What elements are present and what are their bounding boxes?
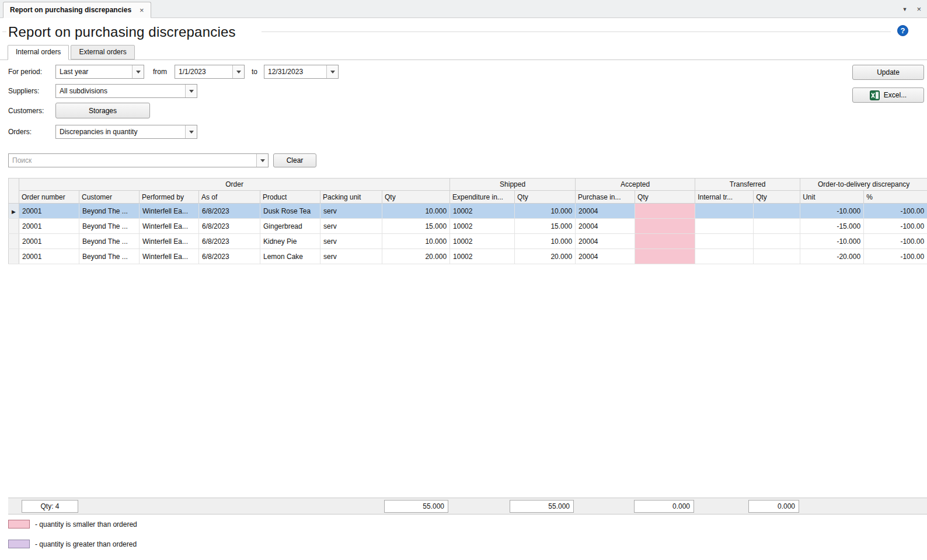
col-percent[interactable]: %: [864, 191, 927, 204]
cell-order-number[interactable]: 20001: [19, 234, 79, 249]
col-shipped-qty[interactable]: Qty: [515, 191, 576, 204]
col-performed-by[interactable]: Performed by: [140, 191, 199, 204]
cell-performed-by[interactable]: Winterfell Ea...: [140, 219, 199, 234]
cell-purchase-invoice[interactable]: 20004: [576, 234, 635, 249]
cell-shipped-qty[interactable]: 15.000: [515, 219, 576, 234]
tab-internal-orders[interactable]: Internal orders: [8, 45, 69, 60]
cell-percent-discrepancy[interactable]: -100.00: [864, 204, 927, 219]
cell-performed-by[interactable]: Winterfell Ea...: [140, 249, 199, 264]
period-select[interactable]: Last year: [55, 65, 144, 79]
to-date-select[interactable]: 12/31/2023: [264, 65, 339, 79]
col-purchase-invoice[interactable]: Purchase in...: [576, 191, 635, 204]
cell-shipped-qty[interactable]: 10.000: [515, 204, 576, 219]
cell-order-number[interactable]: 20001: [19, 219, 79, 234]
cell-as-of[interactable]: 6/8/2023: [199, 219, 260, 234]
cell-order-number[interactable]: 20001: [19, 204, 79, 219]
cell-performed-by[interactable]: Winterfell Ea...: [140, 204, 199, 219]
cell-product[interactable]: Kidney Pie: [260, 234, 320, 249]
storages-button[interactable]: Storages: [55, 103, 150, 118]
chevron-down-icon[interactable]: [185, 125, 197, 138]
cell-order-qty[interactable]: 15.000: [382, 219, 450, 234]
cell-shipped-qty[interactable]: 10.000: [515, 234, 576, 249]
suppliers-select[interactable]: All subdivisions: [55, 84, 197, 98]
cell-expenditure-invoice[interactable]: 10002: [450, 204, 515, 219]
col-internal-transfer[interactable]: Internal tr...: [695, 191, 754, 204]
cell-percent-discrepancy[interactable]: -100.00: [864, 234, 927, 249]
col-order-number[interactable]: Order number: [19, 191, 79, 204]
search-input[interactable]: [9, 154, 256, 167]
help-icon[interactable]: ?: [897, 25, 908, 36]
cell-unit-discrepancy[interactable]: -20.000: [800, 249, 864, 264]
col-customer[interactable]: Customer: [79, 191, 140, 204]
orders-select[interactable]: Discrepancies in quantity: [55, 125, 197, 139]
chevron-down-icon[interactable]: [256, 154, 268, 167]
cell-packing-unit[interactable]: serv: [320, 219, 382, 234]
cell-product[interactable]: Lemon Cake: [260, 249, 320, 264]
cell-purchase-invoice[interactable]: 20004: [576, 219, 635, 234]
cell-unit-discrepancy[interactable]: -10.000: [800, 234, 864, 249]
cell-expenditure-invoice[interactable]: 10002: [450, 234, 515, 249]
cell-as-of[interactable]: 6/8/2023: [199, 234, 260, 249]
cell-internal-transfer[interactable]: [695, 234, 754, 249]
col-accepted-qty[interactable]: Qty: [635, 191, 695, 204]
cell-performed-by[interactable]: Winterfell Ea...: [140, 234, 199, 249]
table-row[interactable]: 20001 Beyond The ... Winterfell Ea... 6/…: [9, 219, 927, 234]
from-date-select[interactable]: 1/1/2023: [175, 65, 245, 79]
cell-expenditure-invoice[interactable]: 10002: [450, 249, 515, 264]
cell-internal-transfer[interactable]: [695, 249, 754, 264]
col-expenditure-invoice[interactable]: Expenditure in...: [450, 191, 515, 204]
cell-product[interactable]: Gingerbread: [260, 219, 320, 234]
cell-transferred-qty[interactable]: [754, 219, 800, 234]
cell-purchase-invoice[interactable]: 20004: [576, 204, 635, 219]
table-row[interactable]: 20001 Beyond The ... Winterfell Ea... 6/…: [9, 249, 927, 264]
clear-button[interactable]: Clear: [273, 153, 316, 167]
cell-shipped-qty[interactable]: 20.000: [515, 249, 576, 264]
cell-packing-unit[interactable]: serv: [320, 234, 382, 249]
cell-purchase-invoice[interactable]: 20004: [576, 249, 635, 264]
cell-packing-unit[interactable]: serv: [320, 249, 382, 264]
cell-customer[interactable]: Beyond The ...: [79, 219, 140, 234]
cell-accepted-qty[interactable]: [635, 234, 695, 249]
col-packing-unit[interactable]: Packing unit: [320, 191, 382, 204]
cell-expenditure-invoice[interactable]: 10002: [450, 219, 515, 234]
cell-packing-unit[interactable]: serv: [320, 204, 382, 219]
cell-as-of[interactable]: 6/8/2023: [199, 249, 260, 264]
row-selector[interactable]: [9, 219, 19, 234]
cell-order-qty[interactable]: 10.000: [382, 204, 450, 219]
cell-order-qty[interactable]: 10.000: [382, 234, 450, 249]
chevron-down-icon[interactable]: [232, 65, 244, 78]
col-order-qty[interactable]: Qty: [382, 191, 450, 204]
cell-percent-discrepancy[interactable]: -100.00: [864, 219, 927, 234]
search-combobox[interactable]: [8, 153, 269, 167]
col-unit[interactable]: Unit: [800, 191, 864, 204]
row-selector[interactable]: ▶: [9, 204, 19, 219]
row-selector[interactable]: [9, 249, 19, 264]
cell-unit-discrepancy[interactable]: -15.000: [800, 219, 864, 234]
cell-customer[interactable]: Beyond The ...: [79, 249, 140, 264]
table-row[interactable]: ▶ 20001 Beyond The ... Winterfell Ea... …: [9, 204, 927, 219]
cell-percent-discrepancy[interactable]: -100.00: [864, 249, 927, 264]
update-button[interactable]: Update: [852, 65, 924, 80]
cell-accepted-qty[interactable]: [635, 249, 695, 264]
cell-customer[interactable]: Beyond The ...: [79, 234, 140, 249]
chevron-down-icon[interactable]: [326, 65, 338, 78]
window-close-icon[interactable]: ×: [916, 5, 921, 13]
excel-button[interactable]: Excel...: [852, 88, 924, 103]
col-as-of[interactable]: As of: [199, 191, 260, 204]
cell-product[interactable]: Dusk Rose Tea: [260, 204, 320, 219]
cell-customer[interactable]: Beyond The ...: [79, 204, 140, 219]
cell-internal-transfer[interactable]: [695, 219, 754, 234]
row-selector[interactable]: [9, 234, 19, 249]
cell-accepted-qty[interactable]: [635, 219, 695, 234]
document-tab[interactable]: Report on purchasing discrepancies ×: [3, 2, 151, 18]
cell-order-qty[interactable]: 20.000: [382, 249, 450, 264]
table-row[interactable]: 20001 Beyond The ... Winterfell Ea... 6/…: [9, 234, 927, 249]
col-product[interactable]: Product: [260, 191, 320, 204]
tab-close-icon[interactable]: ×: [140, 6, 144, 14]
cell-as-of[interactable]: 6/8/2023: [199, 204, 260, 219]
cell-unit-discrepancy[interactable]: -10.000: [800, 204, 864, 219]
tab-list-dropdown-icon[interactable]: ▼: [902, 6, 907, 12]
col-transferred-qty[interactable]: Qty: [754, 191, 800, 204]
cell-transferred-qty[interactable]: [754, 204, 800, 219]
chevron-down-icon[interactable]: [185, 85, 197, 97]
